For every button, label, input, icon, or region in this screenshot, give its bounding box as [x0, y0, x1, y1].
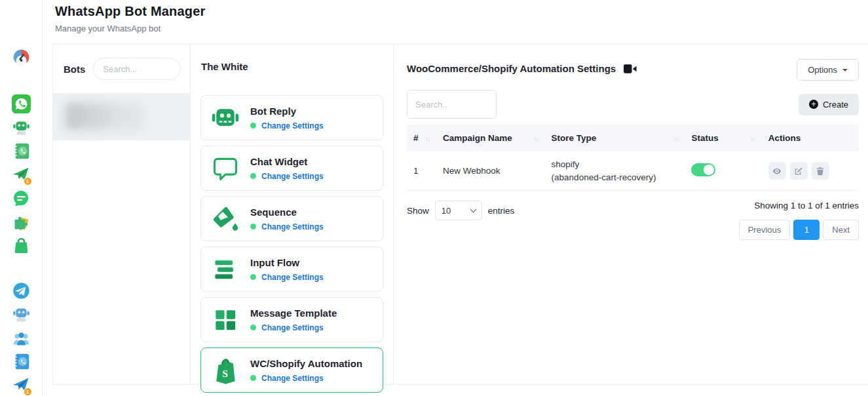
- next-page-button[interactable]: Next: [823, 220, 859, 240]
- menu-card-title: WC/Shopify Automation: [250, 358, 362, 369]
- bot-list-item[interactable]: [53, 93, 190, 140]
- menu-card-title: Message Template: [250, 307, 337, 319]
- status-toggle[interactable]: [691, 163, 715, 176]
- campaign-send-icon[interactable]: 1: [12, 165, 31, 184]
- sort-icon: [534, 133, 538, 143]
- bots-panel: Bots: [53, 45, 191, 384]
- bot-menu-panel: The White Bot Reply Change Settings: [191, 45, 394, 384]
- menu-card-input-flow[interactable]: Input Flow Change Settings: [200, 247, 383, 292]
- previous-page-button[interactable]: Previous: [739, 220, 791, 240]
- status-dot: [250, 123, 256, 129]
- status-dot: [250, 173, 256, 179]
- video-tutorial-icon[interactable]: [624, 64, 637, 74]
- table-row: 1 New Webhook shopify (abandoned-cart-re…: [407, 151, 859, 191]
- page-size-select[interactable]: 10: [435, 201, 482, 220]
- status-dot: [250, 375, 256, 381]
- campaign-badge: 1: [24, 177, 32, 186]
- change-settings-link[interactable]: Change Settings: [261, 323, 324, 332]
- telegram-contacts-icon[interactable]: [12, 352, 31, 371]
- trash-icon: [816, 167, 825, 176]
- selected-bot-name: The White: [200, 45, 383, 95]
- integrations-puzzle-icon[interactable]: [12, 212, 31, 231]
- menu-card-bot-reply[interactable]: Bot Reply Change Settings: [200, 95, 383, 140]
- sort-icon: [425, 133, 430, 143]
- section-title: WooCommerce/Shopify Automation Settings: [407, 63, 616, 74]
- app-icon-rail: 1 1: [0, 0, 43, 396]
- bars-icon: [210, 254, 240, 285]
- grid-icon: [210, 305, 240, 335]
- store-type-cell: shopify (abandoned-cart-recovery): [545, 151, 685, 191]
- page-size-control: Show 10 entries: [407, 201, 514, 220]
- change-settings-link[interactable]: Change Settings: [261, 222, 324, 231]
- column-header-store-type[interactable]: Store Type: [545, 125, 685, 151]
- column-header-campaign-name[interactable]: Campaign Name: [436, 125, 545, 151]
- paint-bucket-icon: [210, 204, 240, 234]
- menu-card-message-template[interactable]: Message Template Change Settings: [200, 297, 383, 342]
- page-subtitle: Manage your WhatsApp bot: [55, 24, 868, 33]
- menu-card-chat-widget[interactable]: Chat Widget Change Settings: [200, 146, 383, 191]
- view-button[interactable]: [768, 162, 786, 180]
- automation-settings-section: WooCommerce/Shopify Automation Settings …: [394, 45, 868, 384]
- svg-text:S: S: [222, 368, 228, 379]
- bots-panel-header: Bots: [53, 45, 190, 93]
- row-index: 1: [407, 151, 436, 191]
- sort-icon: [673, 133, 678, 143]
- options-button[interactable]: Options: [797, 59, 859, 81]
- contacts-book-icon[interactable]: [12, 142, 31, 161]
- telegram-groups-icon[interactable]: [12, 328, 31, 347]
- menu-card-sequence[interactable]: Sequence Change Settings: [200, 196, 383, 241]
- menu-card-title: Sequence: [250, 207, 324, 218]
- sort-icon: [751, 133, 755, 143]
- page-1-button[interactable]: 1: [793, 220, 820, 240]
- bots-label: Bots: [64, 64, 85, 75]
- delete-button[interactable]: [812, 162, 829, 180]
- page-title: WhatsApp Bot Manager: [55, 4, 868, 19]
- change-settings-link[interactable]: Change Settings: [261, 273, 324, 282]
- table-header-row: # Campaign Name Store Type Status Action…: [407, 125, 859, 151]
- campaign-name-cell: New Webhook: [436, 151, 545, 191]
- dashboard-gauge-icon[interactable]: [12, 48, 31, 67]
- robot-icon: [210, 103, 240, 133]
- column-header-status[interactable]: Status: [685, 125, 761, 151]
- status-dot: [250, 325, 256, 330]
- chevron-down-icon: [842, 69, 848, 71]
- change-settings-link[interactable]: Change Settings: [261, 121, 324, 130]
- bots-search-input[interactable]: [93, 58, 181, 80]
- status-dot: [250, 224, 256, 229]
- table-search-input[interactable]: [407, 90, 497, 119]
- pagination: Previous 1 Next: [739, 220, 859, 240]
- menu-card-wc-shopify-automation[interactable]: S WC/Shopify Automation Change Settings: [200, 347, 383, 393]
- change-settings-link[interactable]: Change Settings: [261, 172, 324, 181]
- entries-summary: Showing 1 to 1 of 1 entries: [754, 201, 859, 210]
- bot-name-redacted: [66, 103, 143, 130]
- bot-icon[interactable]: [12, 118, 31, 137]
- shopify-bag-icon: S: [210, 355, 240, 386]
- chat-bubble-icon: [210, 153, 240, 184]
- edit-button[interactable]: [790, 162, 808, 180]
- plus-circle-icon: [809, 100, 818, 109]
- telegram-bot-icon[interactable]: [12, 305, 31, 324]
- show-label: Show: [407, 206, 429, 216]
- eye-icon: [772, 167, 782, 176]
- campaign-badge: 1: [24, 387, 32, 396]
- menu-card-title: Chat Widget: [250, 156, 324, 167]
- column-header-actions: Actions: [762, 125, 859, 151]
- column-header-index[interactable]: #: [407, 125, 436, 151]
- telegram-campaign-send-icon[interactable]: 1: [12, 376, 31, 395]
- page-header: WhatsApp Bot Manager Manage your WhatsAp…: [43, 0, 868, 33]
- whatsapp-icon[interactable]: [12, 94, 31, 113]
- bot-manager-panel: Bots The White Bot Reply Change Setti: [52, 44, 868, 385]
- edit-icon: [794, 167, 803, 176]
- store-bag-icon[interactable]: [12, 236, 31, 255]
- bot-menu-cards: Bot Reply Change Settings Chat Widget Ch…: [200, 95, 383, 393]
- create-button[interactable]: Create: [799, 94, 859, 115]
- telegram-icon[interactable]: [12, 281, 31, 300]
- status-dot: [250, 274, 256, 280]
- campaigns-table: # Campaign Name Store Type Status Action…: [407, 125, 859, 191]
- change-settings-link[interactable]: Change Settings: [261, 374, 324, 383]
- menu-card-title: Input Flow: [250, 257, 324, 268]
- page-content: WhatsApp Bot Manager Manage your WhatsAp…: [43, 0, 868, 396]
- chat-icon[interactable]: [12, 189, 31, 208]
- entries-label: entries: [488, 206, 515, 216]
- menu-card-title: Bot Reply: [250, 106, 324, 117]
